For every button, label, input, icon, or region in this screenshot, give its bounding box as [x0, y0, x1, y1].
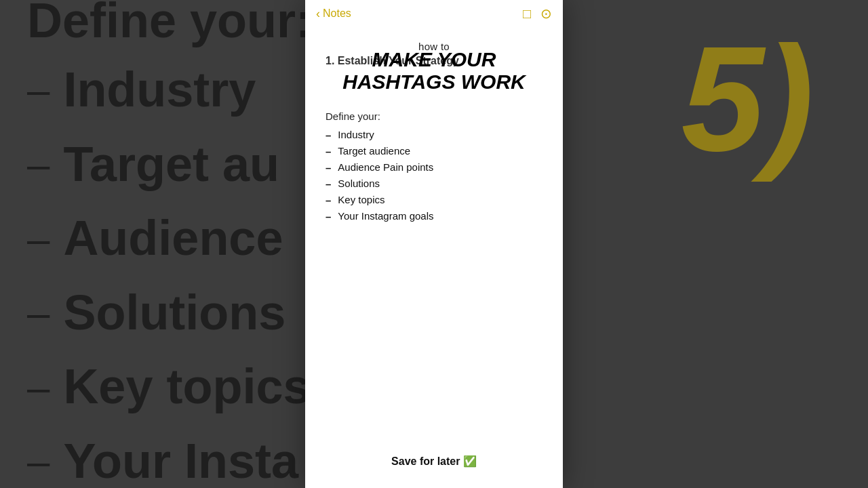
dash-icon: –: [326, 195, 331, 206]
bg-number: 5): [681, 14, 814, 185]
title-overlap-container: 1. Establish Your Strategy MAKE YOUR HAS…: [326, 55, 542, 67]
list-item: – Solutions: [326, 178, 542, 190]
back-label: Notes: [323, 7, 351, 20]
more-icon[interactable]: ⊙: [540, 5, 552, 22]
subtitle: how to: [418, 41, 450, 52]
main-title-line2: HASHTAGS WORK: [326, 70, 542, 93]
list-item: – Audience Pain points: [326, 161, 542, 174]
step-heading: 1. Establish Your Strategy: [326, 55, 542, 67]
save-later-label: Save for later ✅: [326, 434, 542, 468]
share-icon[interactable]: □: [523, 6, 531, 22]
dash-icon: –: [326, 178, 331, 190]
dash-icon: –: [326, 146, 331, 157]
list-items: – Industry – Target audience – Audience …: [326, 129, 542, 222]
list-item-text: Your Instagram goals: [338, 210, 433, 222]
list-item-text: Target audience: [338, 145, 410, 157]
list-item-text: Industry: [338, 129, 374, 140]
define-label: Define your:: [326, 110, 542, 122]
top-bar: ‹ Notes □ ⊙: [305, 0, 563, 27]
list-item: – Your Instagram goals: [326, 210, 542, 222]
center-panel: ‹ Notes □ ⊙ how to 1. Establish Your Str…: [305, 0, 563, 488]
list-item: – Target audience: [326, 145, 542, 157]
back-chevron-icon: ‹: [316, 7, 320, 21]
list-item: – Industry: [326, 129, 542, 141]
dash-icon: –: [326, 129, 331, 141]
dash-icon: –: [326, 162, 331, 174]
list-item: – Key topics: [326, 194, 542, 206]
list-item-text: Audience Pain points: [338, 161, 433, 173]
back-button[interactable]: ‹ Notes: [316, 7, 351, 21]
content-area: how to 1. Establish Your Strategy MAKE Y…: [305, 27, 563, 488]
list-item-text: Key topics: [338, 194, 384, 205]
dash-icon: –: [326, 211, 331, 222]
top-icons-group: □ ⊙: [523, 5, 552, 22]
list-item-text: Solutions: [338, 178, 380, 189]
